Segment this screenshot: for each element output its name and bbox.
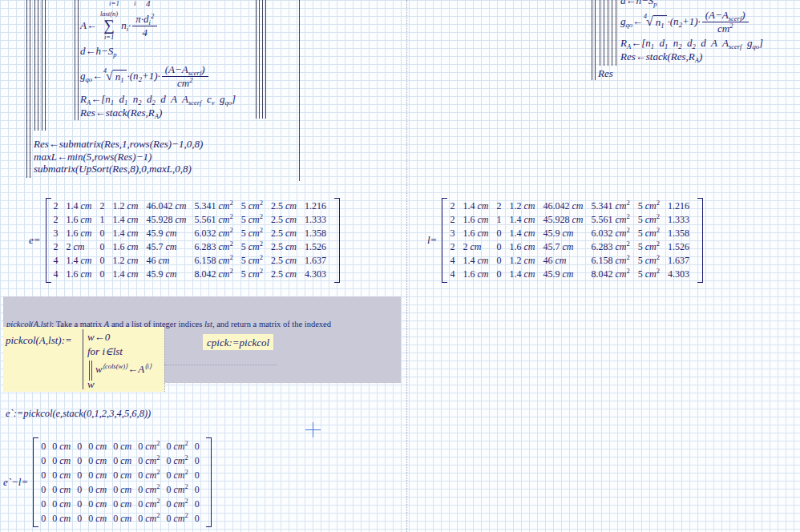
matrix-cell: 45.928 cm [543, 213, 591, 227]
matrix-cell: 46 cm [543, 254, 591, 268]
matrix-cell: 45.9 cm [147, 227, 195, 240]
matrix-cell: 0 [195, 482, 206, 497]
matrix-cell: 2 [54, 200, 67, 213]
matrix-cell: 0 [77, 468, 88, 482]
matrix-cell: 0 cm [52, 439, 77, 453]
matrix-cell: 45.9 cm [147, 268, 195, 281]
matrix-cell: 1.358 [305, 227, 334, 240]
expr-eprime-definition[interactable]: e`:=pickcol(e,stack(0,1,2,3,4,5,6,8)) [6, 407, 151, 420]
matrix-diff-region[interactable]: e`−l= 00 cm00 cm0 cm0 cm20 cm2000 cm00 c… [3, 437, 212, 527]
matrix-bracket-left [442, 198, 447, 283]
matrix-cell: 0 [77, 482, 88, 497]
matrix-cell: 5.341 cm2 [591, 200, 637, 213]
matrix-cell: 45.7 cm [543, 240, 591, 254]
matrix-cell: 3 [450, 227, 463, 240]
matrix-cell: 0 cm [88, 468, 113, 482]
expr-res-stack-left[interactable]: Res←stack(Res,RA) [80, 107, 162, 119]
expr-submatrix-upsort[interactable]: submatrix(UpSort(Res,8),0,maxL,0,8) [34, 163, 192, 175]
matrix-cell: 6.032 cm2 [591, 227, 637, 240]
matrix-cell: 1.6 cm [463, 268, 496, 281]
matrix-cell: 5.561 cm2 [591, 213, 637, 227]
matrix-l-region[interactable]: l= 21.4 cm21.2 cm46.042 cm5.341 cm25 cm2… [427, 198, 703, 283]
radical-icon: √ [646, 15, 653, 28]
matrix-cell: 4 [450, 268, 463, 281]
matrix-cell: 2.5 cm [271, 254, 305, 268]
expr-d-definition[interactable]: d←h−Sp [80, 45, 117, 58]
matrix-cell: 5 cm2 [241, 254, 271, 268]
pickcol-definition-region[interactable]: pickcol(A,lst):= w←0 for i∈lst w⟨cols(w)… [3, 327, 164, 392]
expr-maxl-definition[interactable]: maxL←min(5,rows(Res)−1) [34, 151, 152, 163]
matrix-cell: 1.637 [668, 254, 697, 268]
matrix-cell: 4.303 [668, 268, 697, 281]
matrix-cell: 0 [77, 453, 88, 468]
matrix-label: e= [29, 234, 41, 247]
matrix-cell: 0 cm [88, 482, 113, 497]
matrix-cell: 6.158 cm2 [591, 254, 637, 268]
matrix-cell: 5.561 cm2 [195, 213, 241, 227]
matrix-cell: 2 cm [463, 240, 496, 254]
matrix-cell: 1 [100, 213, 113, 227]
matrix-cell: 0 [195, 453, 206, 468]
clipped-fragment: i=1 [109, 0, 119, 10]
matrix-e-region[interactable]: e= 21.4 cm21.2 cm46.042 cm5.341 cm25 cm2… [29, 198, 340, 283]
matrix-cell: 0 cm2 [138, 497, 166, 511]
expr-gqo-definition-right[interactable]: gqo← 4 √ n1 ·(n2+1)· (A−Ascerf) cm2 [620, 8, 750, 35]
matrix-row: 00 cm00 cm0 cm0 cm20 cm20 [41, 511, 206, 526]
matrix-cell: 1.6 cm [463, 213, 496, 227]
expr-res-output[interactable]: Res [598, 67, 613, 80]
matrix-cell: 0 [41, 468, 52, 482]
matrix-cell: 0 [100, 254, 113, 268]
cpick-expression: cpick:=pickcol [207, 337, 269, 349]
matrix-cell: 1.4 cm [509, 227, 543, 240]
matrix-row: 22 cm01.6 cm45.7 cm6.283 cm25 cm22.5 cm1… [54, 240, 335, 254]
fourth-root: 4 √ n1 [644, 15, 667, 29]
expr-RA-vector-right[interactable]: RA←[n1 d1 n2 d2 d A Ascerf gqo] [620, 37, 763, 50]
matrix-bracket-left [46, 198, 51, 283]
matrix-cell: 2.5 cm [271, 240, 305, 254]
expr-res-stack-right[interactable]: Res←stack(Res,RA) [620, 50, 702, 63]
expr-d-definition-right-clipped[interactable]: d←h−Sp [620, 0, 657, 7]
matrix-cell: 1.4 cm [509, 268, 543, 281]
program-bar [30, 0, 30, 178]
matrix-cell: 1.4 cm [113, 213, 147, 227]
matrix-cell: 5 cm2 [638, 200, 668, 213]
expr-A-sum-definition[interactable]: A← last(n) ∑ i=1 ni· π·di2 4 [80, 10, 159, 41]
program-bar [256, 0, 257, 119]
gqo-lhs: gqo← [80, 70, 103, 83]
expr-RA-vector-left[interactable]: RA←[n1 d1 n2 d2 d A Ascerf cv gqo] [80, 93, 236, 106]
matrix-cell: 2.5 cm [271, 227, 305, 240]
matrix-cell: 0 [41, 439, 52, 453]
matrix-cell: 6.032 cm2 [195, 227, 241, 240]
matrix-cell: 5.341 cm2 [195, 200, 241, 213]
cpick-definition-region[interactable]: cpick:=pickcol [203, 334, 273, 350]
matrix-cell: 0 [496, 254, 509, 268]
matrix-cell: 2 [54, 213, 67, 227]
matrix-cell: 6.283 cm2 [195, 240, 241, 254]
matrix-cell: 5 cm2 [638, 254, 668, 268]
matrix-cell: 2 cm [67, 240, 100, 254]
matrix-cell: 1.526 [668, 240, 697, 254]
expr-res-submatrix[interactable]: Res←submatrix(Res,1,rows(Res)−1,0,8) [34, 138, 203, 151]
matrix-cell: 1.2 cm [113, 200, 147, 213]
matrix-cell: 0 cm [88, 511, 113, 526]
expr-gqo-definition-left[interactable]: gqo← 4 √ n1 ·(n2+1)· (A−Ascerf) cm2 [80, 62, 210, 90]
matrix-cell: 4 [54, 254, 67, 268]
matrix-cell: 1.216 [305, 200, 334, 213]
program-region-left[interactable]: i=1 i 4 A← last(n) ∑ i=1 ni· π·di2 4 d←h… [26, 0, 309, 184]
program-bar [265, 0, 266, 119]
matrix-cell: 0 cm [113, 482, 138, 497]
matrix-cell: 1.6 cm [67, 227, 100, 240]
matrix-table: 21.4 cm21.2 cm46.042 cm5.341 cm25 cm22.5… [54, 200, 335, 281]
fraction: (A−Ascerf) cm2 [162, 62, 208, 90]
matrix-cell: 0 [195, 468, 206, 482]
matrix-cell: 46 cm [147, 254, 195, 268]
summation-operator: last(n) ∑ i=1 [100, 10, 118, 41]
pickcol-line-w0: w←0 [87, 331, 110, 344]
matrix-cell: 1.6 cm [509, 240, 543, 254]
matrix-cell: 1.4 cm [463, 200, 496, 213]
program-bar [299, 0, 300, 181]
matrix-cell: 5 cm2 [241, 213, 271, 227]
program-region-right[interactable]: d←h−Sp gqo← 4 √ n1 ·(n2+1)· (A−Ascerf) c… [592, 0, 794, 88]
program-bar [34, 0, 35, 131]
matrix-cell: 1.216 [668, 200, 697, 213]
